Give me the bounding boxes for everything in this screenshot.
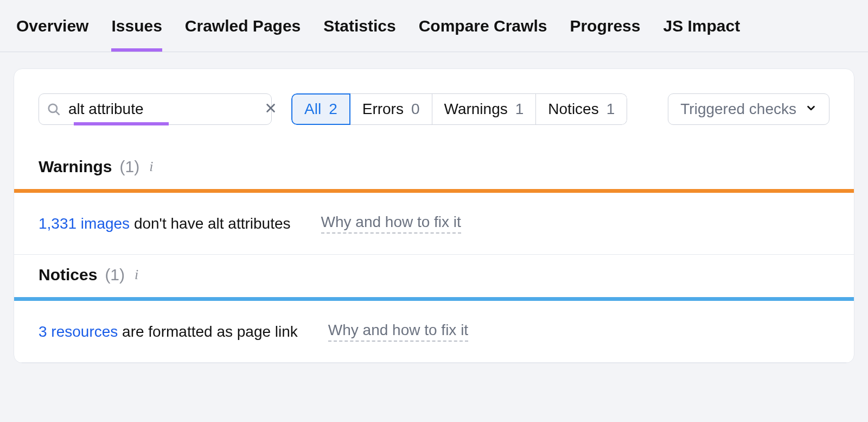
tab-overview[interactable]: Overview xyxy=(16,1,88,52)
filter-errors[interactable]: Errors 0 xyxy=(350,93,432,125)
warnings-header: Warnings (1) i xyxy=(14,147,854,189)
notices-header: Notices (1) i xyxy=(14,255,854,297)
filter-all[interactable]: All 2 xyxy=(291,93,350,125)
triggered-checks-dropdown[interactable]: Triggered checks xyxy=(668,93,829,125)
search-input[interactable] xyxy=(61,100,263,118)
filter-warnings[interactable]: Warnings 1 xyxy=(432,93,537,125)
notice-issue-row: 3 resources are formatted as page link W… xyxy=(14,301,854,363)
filter-errors-count: 0 xyxy=(411,100,420,118)
filter-notices-count: 1 xyxy=(607,100,615,118)
filter-warnings-label: Warnings xyxy=(444,100,508,118)
info-icon[interactable]: i xyxy=(149,159,153,175)
filter-warnings-count: 1 xyxy=(515,100,524,118)
issues-panel: All 2 Errors 0 Warnings 1 Notices 1 Trig… xyxy=(14,68,854,363)
notice-issue-suffix: are formatted as page link xyxy=(118,323,298,340)
warning-issue-suffix: don't have alt attributes xyxy=(130,215,290,232)
tab-issues[interactable]: Issues xyxy=(111,1,162,52)
filter-all-count: 2 xyxy=(329,100,337,118)
chevron-down-icon xyxy=(805,100,817,118)
tab-js-impact[interactable]: JS Impact xyxy=(663,1,740,52)
top-tabs: Overview Issues Crawled Pages Statistics… xyxy=(0,0,868,52)
svg-line-1 xyxy=(56,111,59,114)
info-icon[interactable]: i xyxy=(135,267,138,283)
notice-issue-text: 3 resources are formatted as page link xyxy=(39,323,298,341)
tab-statistics[interactable]: Statistics xyxy=(323,1,395,52)
filter-notices-label: Notices xyxy=(548,100,598,118)
filter-errors-label: Errors xyxy=(362,100,404,118)
warnings-count: (1) xyxy=(120,158,140,176)
warning-issue-link[interactable]: 1,331 images xyxy=(39,215,130,232)
warning-issue-text: 1,331 images don't have alt attributes xyxy=(39,215,291,232)
notice-fix-link[interactable]: Why and how to fix it xyxy=(328,322,468,342)
filter-all-label: All xyxy=(304,100,321,118)
notices-title: Notices xyxy=(39,266,97,284)
close-icon[interactable] xyxy=(263,100,279,118)
dropdown-label: Triggered checks xyxy=(680,100,796,118)
filter-segments: All 2 Errors 0 Warnings 1 Notices 1 xyxy=(291,93,627,125)
warnings-stripe xyxy=(14,189,854,193)
filter-bar: All 2 Errors 0 Warnings 1 Notices 1 Trig… xyxy=(14,69,854,147)
warnings-title: Warnings xyxy=(39,158,112,176)
tab-crawled-pages[interactable]: Crawled Pages xyxy=(185,1,301,52)
tab-compare-crawls[interactable]: Compare Crawls xyxy=(419,1,547,52)
notices-stripe xyxy=(14,297,854,301)
notice-issue-link[interactable]: 3 resources xyxy=(39,323,118,340)
warning-issue-row: 1,331 images don't have alt attributes W… xyxy=(14,193,854,255)
search-box[interactable] xyxy=(39,93,272,125)
warning-fix-link[interactable]: Why and how to fix it xyxy=(321,213,461,234)
notices-count: (1) xyxy=(105,266,125,284)
search-highlight xyxy=(74,122,169,125)
tab-progress[interactable]: Progress xyxy=(570,1,640,52)
search-icon xyxy=(47,102,61,116)
filter-notices[interactable]: Notices 1 xyxy=(536,93,627,125)
